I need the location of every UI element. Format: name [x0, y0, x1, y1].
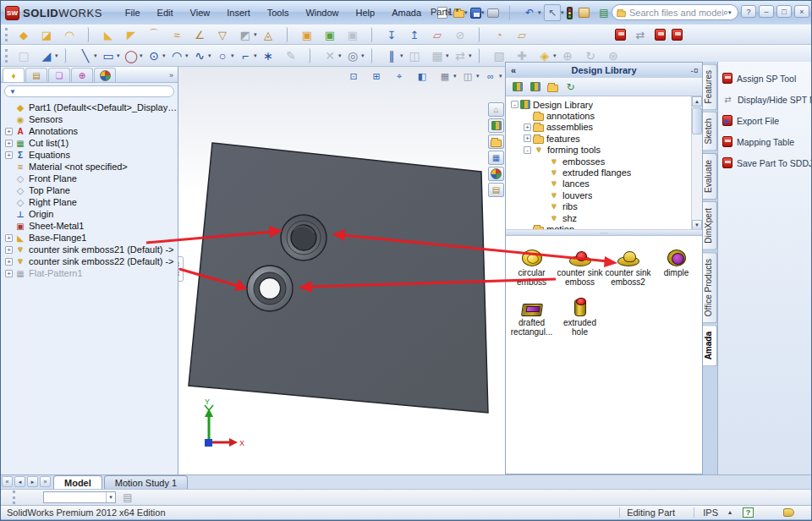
scrollbar[interactable]: ▲ ▼ — [691, 96, 702, 230]
close-button[interactable]: × — [794, 5, 809, 18]
dropdown-caret-icon[interactable]: ▾ — [446, 52, 452, 59]
refresh-icon[interactable]: ↻ — [563, 80, 578, 94]
spline-tool-icon[interactable]: ∿ — [191, 47, 208, 64]
library-tree-item[interactable]: embosses — [511, 156, 690, 167]
dropdown-caret-icon[interactable]: ▾ — [476, 73, 482, 80]
mapping-table-button[interactable]: Mapping Table — [718, 131, 812, 152]
feature-tree-item[interactable]: + Equations — [4, 149, 178, 161]
menu-item[interactable]: View — [183, 5, 218, 20]
create-new-folder-icon[interactable] — [546, 80, 560, 94]
menu-item[interactable]: File — [118, 5, 148, 20]
text-tool-icon[interactable]: ✎ — [283, 47, 299, 64]
scroll-down-icon[interactable]: ▼ — [692, 220, 702, 230]
line-tool-icon[interactable]: ╲ — [77, 47, 94, 64]
fillet-tool-icon[interactable]: ⌐ — [237, 47, 254, 64]
view-tab[interactable]: Motion Study 1 — [104, 475, 188, 489]
view-orientation-icon[interactable]: ▦ — [437, 69, 453, 84]
feature-tree-item[interactable]: + Annotations — [4, 125, 178, 137]
amada-assign-icon[interactable] — [672, 29, 683, 41]
library-tree-item[interactable]: + features — [511, 133, 690, 144]
toolbar-grip[interactable] — [13, 491, 19, 504]
menu-item[interactable]: Help — [348, 5, 383, 20]
library-tree-item[interactable]: + assemblies — [511, 122, 690, 133]
unfold-icon[interactable]: ↧ — [383, 26, 400, 43]
dropdown-caret-icon[interactable]: ▾ — [140, 52, 145, 59]
help-button[interactable]: ? — [741, 5, 756, 18]
feature-tree-item[interactable]: Material <not specified> — [4, 161, 178, 173]
expander-icon[interactable]: + — [5, 246, 13, 254]
expander-icon[interactable]: + — [5, 234, 13, 242]
tab-overflow-chevron[interactable]: » — [169, 71, 178, 82]
search-caret-icon[interactable]: ▾ — [728, 9, 734, 16]
dropdown-caret-icon[interactable]: ▾ — [94, 52, 100, 59]
task-home-button[interactable]: ⌂ — [488, 102, 504, 117]
library-splitter[interactable]: ∙∙∙∙∙∙ — [506, 230, 702, 236]
counter-sink-emboss-bottom[interactable] — [247, 266, 293, 311]
tree-filter-input[interactable]: ▼ — [4, 85, 174, 97]
quick-tips-icon[interactable]: ? — [743, 507, 754, 518]
amada-export-icon[interactable] — [655, 29, 666, 41]
counter-sink-emboss-top[interactable] — [281, 215, 326, 260]
task-pane-tab[interactable]: Office Products — [703, 252, 717, 323]
library-tree-item[interactable]: annotations — [511, 110, 690, 121]
slot-tool-icon[interactable]: ◯ — [123, 47, 140, 64]
rectangle-tool-icon[interactable]: ▭ — [100, 47, 117, 64]
menu-item[interactable]: Tools — [260, 5, 297, 20]
library-item-dimple[interactable]: dimple — [652, 244, 700, 287]
task-pane-tab[interactable]: Features — [703, 63, 717, 110]
library-tree-item[interactable]: louvers — [511, 189, 690, 200]
library-item-extruded-hole[interactable]: extruded hole — [556, 294, 604, 337]
expander-icon[interactable]: + — [524, 134, 531, 142]
menu-item[interactable]: Window — [298, 5, 346, 20]
library-item-circular-emboss[interactable]: circular emboss — [508, 244, 556, 287]
library-tree-item[interactable]: shz — [511, 212, 690, 223]
dropdown-caret-icon[interactable]: ▾ — [117, 52, 123, 59]
library-tree-item[interactable]: extruded flanges — [511, 167, 690, 178]
dropdown-caret-icon[interactable]: ▾ — [162, 52, 168, 59]
lofted-bend-icon[interactable]: ◠ — [61, 26, 78, 43]
assign-sp-tool-button[interactable]: Assign SP Tool — [718, 68, 812, 89]
rebuild-button[interactable] — [567, 7, 573, 19]
base-flange-icon[interactable]: ◆ — [15, 26, 32, 43]
pin-icon[interactable]: -¤ — [687, 66, 702, 75]
task-pane-tab[interactable]: Amada — [703, 325, 717, 366]
extruded-boss-icon[interactable]: ▣ — [299, 26, 315, 43]
miter-flange-icon[interactable]: ◤ — [123, 26, 140, 43]
trim-entities-icon[interactable]: ✕ — [321, 47, 338, 64]
dropdown-caret-icon[interactable]: ▾ — [231, 52, 237, 59]
welded-corner-icon[interactable]: ◬ — [260, 26, 277, 43]
library-item-counter-sink-emboss2[interactable]: counter sink emboss2 — [604, 244, 652, 287]
fold-icon[interactable]: ↥ — [406, 26, 423, 43]
cross-break-icon[interactable]: ▽ — [214, 26, 231, 43]
dropdown-caret-icon[interactable]: ▾ — [254, 31, 260, 38]
motion-prev-button[interactable]: ◂ — [14, 476, 25, 487]
no-bends-icon[interactable]: ⊘ — [452, 26, 469, 43]
library-item-counter-sink-emboss[interactable]: counter sink emboss — [556, 244, 604, 287]
task-pane-tab[interactable]: DimXpert — [703, 201, 717, 250]
export-file-button[interactable]: Export File — [718, 110, 812, 131]
expander-icon[interactable]: + — [5, 128, 13, 135]
menu-item[interactable]: Insert — [219, 5, 258, 20]
scroll-up-icon[interactable]: ▲ — [692, 96, 702, 107]
feature-tree-item[interactable]: + Flat-Pattern1 — [4, 267, 178, 279]
menu-item[interactable]: Amada — [384, 5, 429, 20]
exit-sketch-icon[interactable]: ▢ — [15, 47, 32, 64]
expander-icon[interactable]: - — [511, 101, 518, 108]
collapse-panel-button[interactable]: « — [506, 65, 521, 75]
dropdown-caret-icon[interactable]: ▾ — [55, 52, 61, 59]
arc-tool-icon[interactable]: ◠ — [168, 47, 185, 64]
view-tab[interactable]: Model — [53, 475, 102, 489]
feature-tree-item[interactable]: Part1 (Default<<Default>_Display State 1… — [4, 101, 178, 113]
tab-dimxpertmanager[interactable]: ⊕ — [71, 68, 93, 82]
library-tree-item[interactable]: - Design Library — [511, 99, 690, 110]
toolbar-grip[interactable] — [5, 28, 12, 41]
tag-icon[interactable] — [783, 508, 794, 517]
display-style-icon[interactable]: ◫ — [460, 69, 475, 84]
point-tool-icon[interactable]: ∗ — [260, 47, 277, 64]
ellipse-tool-icon[interactable]: ○ — [214, 47, 231, 64]
library-tree-item[interactable]: lances — [511, 178, 690, 189]
jog-icon[interactable]: ≈ — [168, 26, 185, 43]
task-view-palette-button[interactable]: ▦ — [488, 151, 504, 165]
sketch-icon[interactable]: ◢ — [38, 47, 55, 64]
dropdown-caret-icon[interactable]: ▾ — [464, 9, 470, 16]
